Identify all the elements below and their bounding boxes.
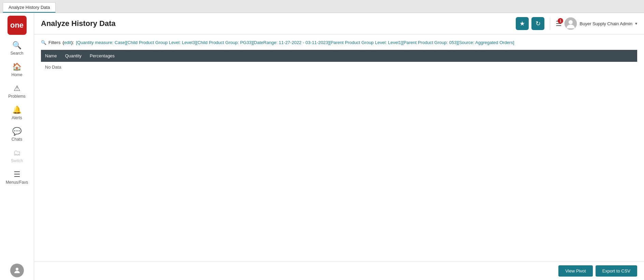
svg-point-0 (16, 268, 18, 270)
export-csv-button[interactable]: Export to CSV (596, 265, 637, 277)
chats-icon: 💬 (12, 127, 21, 136)
menu-button[interactable]: ☰ 1 (556, 19, 562, 28)
header-actions: ★ ↻ ☰ 1 (516, 17, 637, 30)
page-content: 🔍 Filters (edit): [Quantity measure: Cas… (34, 34, 644, 262)
page-title: Analyze History Data (41, 19, 516, 28)
sidebar-item-problems-label: Problems (8, 94, 26, 99)
tab-bar: Analyze History Data (0, 0, 644, 13)
filters-edit-link[interactable]: edit (64, 40, 71, 45)
dropdown-icon: ▾ (635, 21, 637, 26)
sidebar-item-home-label: Home (11, 72, 22, 77)
col-extra (119, 50, 637, 62)
problems-icon: ⚠ (14, 84, 20, 93)
search-filter-icon: 🔍 (41, 40, 46, 45)
bottom-bar: View Pivot Export to CSV (34, 262, 644, 280)
user-name-label: Buyer Supply Chain Admin (580, 21, 632, 26)
tab-analyze-history[interactable]: Analyze History Data (3, 2, 56, 13)
content-area: Analyze History Data ★ ↻ ☰ 1 (34, 13, 644, 280)
sidebar-bottom (0, 264, 34, 277)
table-header: Name Quantity Percentages (41, 50, 637, 62)
filter-tags: [Quantity measure: Case][Child Product G… (76, 40, 514, 45)
avatar[interactable] (10, 264, 24, 277)
sidebar-item-switch: 🗂 Switch (0, 145, 34, 167)
sidebar-item-home[interactable]: 🏠 Home (0, 59, 34, 81)
sidebar-item-chats-label: Chats (12, 137, 22, 142)
home-icon: 🏠 (12, 62, 21, 71)
star-icon: ★ (519, 20, 525, 27)
table-body: No Data (41, 62, 637, 72)
sidebar-item-alerts[interactable]: 🔔 Alerts (0, 102, 34, 124)
sidebar-item-alerts-label: Alerts (12, 115, 22, 120)
sidebar-item-menus-favs-label: Menus/Favs (6, 180, 28, 185)
refresh-icon: ↻ (536, 20, 541, 27)
sidebar-item-search-label: Search (10, 51, 23, 56)
main-layout: one 🔍 Search 🏠 Home ⚠ Problems 🔔 Alerts … (0, 13, 644, 280)
sidebar: one 🔍 Search 🏠 Home ⚠ Problems 🔔 Alerts … (0, 13, 34, 280)
sidebar-item-search[interactable]: 🔍 Search (0, 38, 34, 59)
user-info[interactable]: Buyer Supply Chain Admin ▾ (565, 17, 637, 30)
data-table: Name Quantity Percentages No Data (41, 50, 637, 72)
filters-label: Filters (48, 40, 60, 45)
table-row: No Data (41, 62, 637, 72)
filters-row: 🔍 Filters (edit): [Quantity measure: Cas… (41, 40, 637, 45)
header: Analyze History Data ★ ↻ ☰ 1 (34, 13, 644, 34)
refresh-button[interactable]: ↻ (531, 17, 544, 30)
col-name: Name (41, 50, 61, 62)
sidebar-item-problems[interactable]: ⚠ Problems (0, 81, 34, 102)
svg-point-2 (569, 20, 573, 24)
switch-icon: 🗂 (13, 149, 21, 157)
sidebar-item-menus-favs[interactable]: ☰ Menus/Favs (0, 167, 34, 188)
menus-favs-icon: ☰ (14, 170, 20, 179)
sidebar-item-switch-label: Switch (11, 158, 23, 163)
star-button[interactable]: ★ (516, 17, 529, 30)
no-data-label: No Data (41, 62, 637, 72)
col-quantity: Quantity (61, 50, 86, 62)
alerts-icon: 🔔 (12, 106, 21, 114)
logo[interactable]: one (8, 16, 27, 35)
user-avatar (565, 17, 577, 30)
col-percentages: Percentages (86, 50, 119, 62)
header-divider (550, 17, 550, 30)
notification-badge: 1 (558, 18, 563, 24)
sidebar-item-chats[interactable]: 💬 Chats (0, 124, 34, 145)
search-icon: 🔍 (12, 41, 21, 50)
view-pivot-button[interactable]: View Pivot (558, 265, 592, 277)
